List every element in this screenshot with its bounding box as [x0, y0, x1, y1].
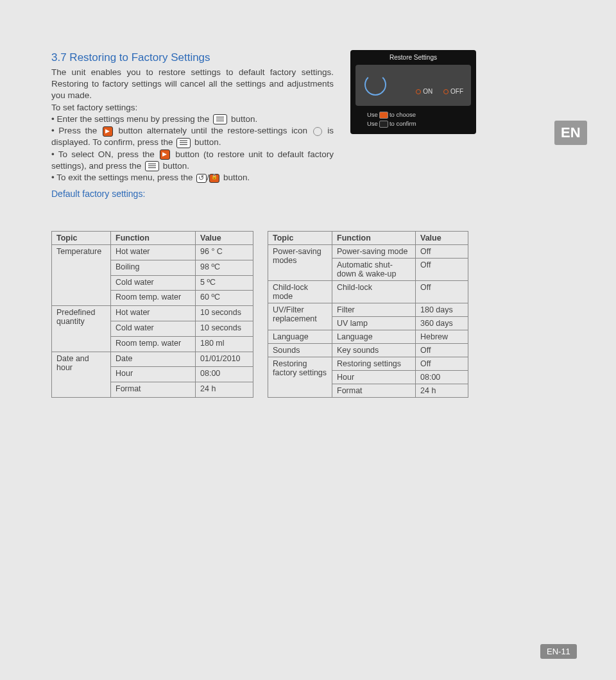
topic-cell: UV/Filter replacement [268, 303, 332, 330]
function-cell: Format [111, 382, 196, 398]
intro-para: The unit enables you to restore settings… [51, 67, 334, 100]
bullet-2b: button alternately until the restore-set… [114, 126, 312, 135]
panel-main: ON OFF [355, 65, 471, 106]
restore-circle-icon [313, 127, 322, 136]
spinner-icon [364, 74, 386, 96]
panel-onoff: ON OFF [407, 88, 463, 95]
value-cell: Hebrew [416, 330, 468, 344]
function-cell: Room temp. water [111, 291, 196, 306]
function-cell: Room temp. water [111, 336, 196, 352]
function-cell: Format [332, 384, 416, 398]
function-cell: Filter [332, 303, 416, 317]
value-cell: Off [416, 281, 468, 303]
value-cell: 08:00 [416, 371, 468, 384]
page-content: 3.7 Restoring to Factory Settings The un… [51, 51, 565, 205]
bullet-4a: • To exit the settings menu, press the [51, 173, 195, 182]
th-topic: Topic [52, 232, 111, 245]
topic-cell: Restoring factory settings [268, 357, 332, 398]
topic-cell: Language [268, 330, 332, 344]
value-cell: 5 ºC [196, 275, 253, 291]
value-cell: 360 days [416, 317, 468, 330]
function-cell: Automatic shut-down & wake-up [332, 259, 416, 281]
bullet-1a: • Enter the settings menu by pressing th… [51, 114, 212, 124]
th-value: Value [416, 232, 468, 245]
panel-off: OFF [450, 88, 463, 95]
th-value: Value [196, 232, 253, 245]
value-cell: 96 ° C [196, 245, 253, 260]
function-cell: UV lamp [332, 317, 416, 330]
panel-on: ON [423, 88, 432, 95]
function-cell: Hot water [111, 306, 196, 321]
menu-button-icon [145, 161, 159, 171]
page-number: EN-11 [540, 644, 577, 659]
defaults-table-left: Topic Function Value TemperatureHot wate… [51, 231, 253, 398]
function-cell: Hour [111, 367, 196, 382]
nav-button-icon [160, 149, 170, 160]
value-cell: 98 ºC [196, 260, 253, 275]
defaults-table-right: Topic Function Value Power-saving modesP… [268, 231, 468, 398]
language-badge: EN [554, 121, 587, 145]
function-cell: Hot water [111, 245, 196, 260]
value-cell: 60 ºC [196, 291, 253, 306]
topic-cell: Sounds [268, 344, 332, 357]
value-cell: 01/01/2010 [196, 352, 253, 367]
table-row: UV/Filter replacementFilter180 days [268, 303, 468, 317]
tables-container: Topic Function Value TemperatureHot wate… [51, 231, 468, 398]
function-cell: Hour [332, 371, 416, 384]
value-cell: Off [416, 344, 468, 357]
topic-cell: Predefined quantity [52, 306, 111, 352]
th-function: Function [332, 232, 416, 245]
panel-title: Restore Settings [355, 54, 471, 61]
intro-2: To set factory settings: [51, 102, 334, 114]
table-row: TemperatureHot water96 ° C [52, 245, 253, 260]
exit-button-icon: / [196, 172, 219, 183]
value-cell: 24 h [416, 384, 468, 398]
bullet-3c: button. [160, 161, 189, 171]
bullet-2a: • Press the [51, 126, 101, 135]
value-cell: 24 h [196, 382, 253, 398]
function-cell: Cold water [111, 321, 196, 336]
function-cell: Power-saving mode [332, 245, 416, 259]
th-topic: Topic [268, 232, 332, 245]
function-cell: Child-lock [332, 281, 416, 303]
value-cell: Off [416, 259, 468, 281]
function-cell: Cold water [111, 275, 196, 291]
function-cell: Language [332, 330, 416, 344]
topic-cell: Temperature [52, 245, 111, 306]
bullet-1b: button. [228, 114, 257, 124]
table-row: SoundsKey soundsOff [268, 344, 468, 357]
value-cell: Off [416, 245, 468, 259]
table-row: Child-lock modeChild-lockOff [268, 281, 468, 303]
value-cell: 180 ml [196, 336, 253, 352]
th-function: Function [111, 232, 196, 245]
topic-cell: Power-saving modes [268, 245, 332, 281]
restore-settings-panel: Restore Settings ON OFF Useto choose Use… [350, 50, 476, 134]
topic-cell: Date and hour [52, 352, 111, 397]
table-row: LanguageLanguageHebrew [268, 330, 468, 344]
function-cell: Restoring settings [332, 357, 416, 371]
value-cell: 10 seconds [196, 321, 253, 336]
menu-button-icon [176, 138, 191, 148]
function-cell: Date [111, 352, 196, 367]
table-row: Restoring factory settingsRestoring sett… [268, 357, 468, 371]
panel-hint-1: Useto choose [355, 111, 471, 119]
value-cell: 10 seconds [196, 306, 253, 321]
function-cell: Key sounds [332, 344, 416, 357]
table-row: Power-saving modesPower-saving modeOff [268, 245, 468, 259]
nav-mini-icon [379, 112, 388, 119]
value-cell: 08:00 [196, 367, 253, 382]
body-text: The unit enables you to restore settings… [51, 67, 334, 200]
value-cell: 180 days [416, 303, 468, 317]
bullet-3a: • To select ON, press the [51, 149, 158, 159]
bullet-4b: button. [221, 173, 250, 182]
defaults-title: Default factory settings: [51, 188, 334, 200]
table-row: Date and hourDate01/01/2010 [52, 352, 253, 367]
menu-mini-icon [379, 121, 388, 128]
menu-button-icon [213, 114, 227, 124]
section-title: 3.7 Restoring to Factory Settings [51, 51, 565, 64]
value-cell: Off [416, 357, 468, 371]
bullet-2d: button. [192, 137, 221, 147]
nav-button-icon [103, 126, 113, 137]
function-cell: Boiling [111, 260, 196, 275]
topic-cell: Child-lock mode [268, 281, 332, 303]
